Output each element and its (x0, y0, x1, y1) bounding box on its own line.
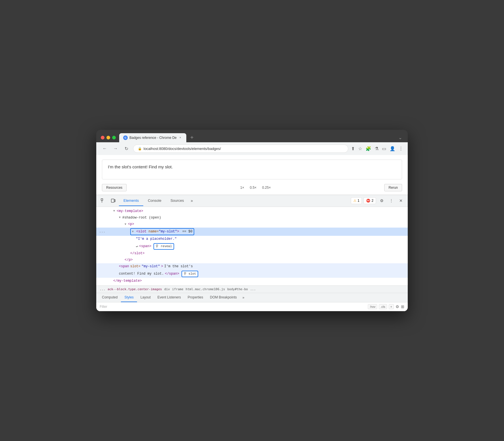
close-devtools-button[interactable]: ✕ (396, 196, 405, 205)
styles-settings-icon[interactable]: ⚙ (396, 304, 399, 309)
my-template-open-line: ▼ <my-template> (96, 208, 408, 215)
settings-button[interactable]: ⚙ (377, 196, 386, 205)
share-icon[interactable]: ⬆ (351, 146, 355, 151)
breadcrumb-item-2[interactable]: iframe (172, 287, 183, 291)
menu-icon[interactable]: ⋮ (399, 146, 403, 151)
styles-tabs: Computed Styles Layout Event Listeners P… (96, 293, 408, 302)
reader-icon[interactable]: ▭ (382, 146, 386, 151)
breadcrumb-item-3[interactable]: html.mac.chrome106.js (186, 287, 225, 291)
devtools-panel: Elements Console Sources » ⚠ 1 ⛔ 2 ⚙ ⋮ ✕ (96, 195, 408, 311)
tab-bar: G Badges reference - Chrome De × + (119, 133, 394, 142)
span-reveal-line: ↵ <span> reveal (96, 243, 408, 251)
window-controls: ⌄ (397, 134, 403, 141)
close-window-button[interactable] (101, 136, 104, 139)
scale-05x-button[interactable]: 0.5× (247, 184, 259, 191)
reveal-badge-icon (156, 244, 160, 248)
lock-icon: 🔒 (138, 147, 142, 150)
window-menu-button[interactable]: ⌄ (397, 134, 403, 141)
styles-more-tabs[interactable]: » (240, 293, 247, 302)
filter-bar: Filter :hov .cls + ⚙ ⊞ (96, 302, 408, 311)
shadow-root-line: ▼ #shadow-root (open) (96, 215, 408, 221)
tab-console[interactable]: Console (143, 196, 166, 206)
scale-1x-button[interactable]: 1× (237, 184, 247, 191)
svg-rect-3 (114, 200, 115, 202)
extensions-icon[interactable]: 🧩 (366, 146, 371, 151)
lab-icon[interactable]: ⚗ (375, 146, 379, 151)
new-tab-button[interactable]: + (188, 134, 196, 142)
demo-text: I'm the slot's content! Find my slot. (108, 164, 173, 169)
title-bar: G Badges reference - Chrome De × + ⌄ (96, 130, 408, 142)
error-badge[interactable]: ⛔ 2 (364, 197, 376, 204)
filter-label: Filter (100, 305, 107, 309)
my-template-open-tag: <my-template> (117, 209, 143, 214)
breadcrumb-item-1[interactable]: div (164, 287, 170, 291)
active-tab[interactable]: G Badges reference - Chrome De × (119, 133, 186, 142)
add-style-rule-button[interactable]: + (389, 304, 394, 309)
p-triangle[interactable]: ▼ (125, 222, 126, 227)
slot-element-highlight: ▼ <slot name="my-slot"> == $0 (130, 228, 194, 235)
breadcrumb-ellipsis-end[interactable]: ... (250, 287, 256, 291)
svg-rect-6 (184, 272, 186, 274)
shadow-collapse-triangle[interactable]: ▼ (119, 215, 121, 220)
error-icon: ⛔ (366, 199, 370, 203)
breadcrumb-ellipsis-start[interactable]: ... (100, 287, 105, 291)
devtools-tabs: Elements Console Sources » (119, 196, 350, 206)
reveal-badge-button[interactable]: reveal (153, 243, 174, 250)
tab-styles[interactable]: Styles (121, 293, 137, 302)
tab-dom-breakpoints[interactable]: DOM Breakpoints (207, 293, 240, 302)
devtools-badges: ⚠ 1 ⛔ 2 (351, 197, 376, 204)
span-slot-content-line[interactable]: content! Find my slot.</span> slot (96, 270, 408, 278)
p-open-tag: <p> (128, 222, 134, 227)
profile-icon[interactable]: 👤 (390, 146, 395, 151)
tab-close-button[interactable]: × (178, 136, 182, 140)
p-close-line: </p> (96, 257, 408, 263)
tab-properties[interactable]: Properties (184, 293, 207, 302)
forward-button[interactable]: → (112, 145, 119, 152)
cls-button[interactable]: .cls (379, 304, 387, 309)
url-bar[interactable]: 🔒 localhost:8080/docs/devtools/elements/… (133, 145, 348, 153)
hov-button[interactable]: :hov (368, 304, 377, 309)
slot-selected-line[interactable]: ... ▼ <slot name="my-slot"> == $0 (96, 228, 408, 236)
resources-button[interactable]: Resources (102, 184, 127, 191)
breadcrumb-item-0[interactable]: ack--block.type.center-images (108, 287, 162, 291)
demo-controls: Resources 1× 0.5× 0.25× Rerun (102, 183, 402, 192)
slot-close-tag: </slot> (130, 251, 144, 256)
tab-computed[interactable]: Computed (99, 293, 121, 302)
browser-window: G Badges reference - Chrome De × + ⌄ ← →… (96, 130, 408, 311)
url-actions: ⬆ ☆ 🧩 ⚗ ▭ 👤 ⋮ (351, 146, 403, 151)
bookmark-icon[interactable]: ☆ (358, 146, 362, 151)
reveal-badge-label: reveal (161, 244, 172, 249)
slot-badge-button[interactable]: slot (181, 271, 198, 277)
styles-sidebar-toggle-icon[interactable]: ⊞ (401, 304, 404, 309)
tab-layout[interactable]: Layout (137, 293, 154, 302)
tab-sources[interactable]: Sources (166, 196, 189, 206)
p-close-tag: </p> (125, 257, 133, 263)
demo-frame: I'm the slot's content! Find my slot. (102, 160, 402, 179)
inspect-element-button[interactable] (99, 196, 108, 205)
tab-elements[interactable]: Elements (119, 196, 143, 206)
dom-tree: ▼ <my-template> ▼ #shadow-root (open) ▼ … (96, 207, 408, 286)
devtools-actions: ⚙ ⋮ ✕ (377, 196, 405, 205)
svg-rect-4 (156, 245, 158, 246)
maximize-window-button[interactable] (112, 136, 116, 139)
dollar-zero: == $0 (182, 230, 193, 234)
more-tabs-button[interactable]: » (189, 196, 195, 205)
device-toolbar-button[interactable] (109, 196, 118, 205)
reload-button[interactable]: ↻ (122, 145, 130, 152)
filter-input[interactable] (110, 305, 366, 309)
span-slot-line[interactable]: <span slot="my-slot">I'm the slot's (96, 263, 408, 270)
minimize-window-button[interactable] (106, 136, 110, 139)
rerun-button[interactable]: Rerun (384, 184, 402, 191)
back-button[interactable]: ← (101, 145, 109, 152)
placeholder-text: "I'm a placeholder." (136, 236, 177, 242)
error-count: 2 (371, 199, 373, 203)
warning-badge[interactable]: ⚠ 1 (351, 197, 362, 204)
warning-icon: ⚠ (353, 199, 356, 203)
more-options-button[interactable]: ⋮ (387, 196, 396, 205)
collapse-triangle[interactable]: ▼ (113, 209, 115, 213)
breadcrumb-item-4[interactable]: body#the-bo (227, 287, 248, 291)
tab-event-listeners[interactable]: Event Listeners (154, 293, 184, 302)
scale-025x-button[interactable]: 0.25× (259, 184, 274, 191)
traffic-lights (101, 136, 116, 139)
slot-triangle[interactable]: ▼ (132, 230, 134, 234)
